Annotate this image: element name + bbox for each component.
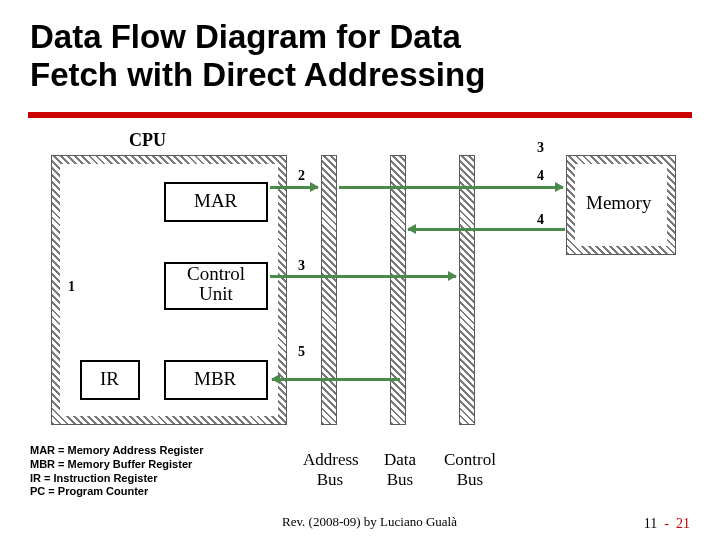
data-bus-bar xyxy=(390,155,406,425)
control-bus-label: Control Bus xyxy=(443,450,497,490)
step-3a: 3 xyxy=(537,140,544,156)
legend-pc: PC = Program Counter xyxy=(30,485,204,499)
cpu-label: CPU xyxy=(129,130,166,151)
arrow-databus-to-mbr xyxy=(272,378,400,381)
address-bus-label: Address Bus xyxy=(303,450,357,490)
page-num: 21 xyxy=(676,516,690,531)
step-5: 5 xyxy=(298,344,305,360)
page-prefix: 11 xyxy=(644,516,657,531)
step-4b: 4 xyxy=(537,212,544,228)
arrow-cu-to-ctrlbus xyxy=(270,275,456,278)
title-line-2: Fetch with Direct Addressing xyxy=(30,56,485,93)
mbr-label: MBR xyxy=(194,368,236,390)
cu-line-1: Control xyxy=(187,263,245,284)
address-bus-bar xyxy=(321,155,337,425)
memory-label: Memory xyxy=(586,192,651,214)
step-1: 1 xyxy=(68,279,75,295)
step-2: 2 xyxy=(298,168,305,184)
arrow-addrbus-to-mem xyxy=(339,186,563,189)
cu-line-2: Unit xyxy=(199,283,233,304)
arrow-mem-to-databus xyxy=(408,228,565,231)
step-3b: 3 xyxy=(298,258,305,274)
slide-title: Data Flow Diagram for Data Fetch with Di… xyxy=(30,18,485,94)
mar-label: MAR xyxy=(194,190,237,212)
legend-mar: MAR = Memory Address Register xyxy=(30,444,204,458)
ir-label: IR xyxy=(100,368,119,390)
title-underline xyxy=(28,112,692,118)
revision-text: Rev. (2008-09) by Luciano Gualà xyxy=(282,514,457,530)
page-number: 11 - 21 xyxy=(644,516,690,532)
control-bus-bar xyxy=(459,155,475,425)
arrow-mar-to-addrbus xyxy=(270,186,318,189)
legend-mbr: MBR = Memory Buffer Register xyxy=(30,458,204,472)
step-4a: 4 xyxy=(537,168,544,184)
legend-ir: IR = Instruction Register xyxy=(30,472,204,486)
control-unit-label: Control Unit xyxy=(186,264,246,304)
data-bus-label: Data Bus xyxy=(380,450,420,490)
title-line-1: Data Flow Diagram for Data xyxy=(30,18,461,55)
legend: MAR = Memory Address Register MBR = Memo… xyxy=(30,444,204,499)
page-dash: - xyxy=(661,516,673,531)
